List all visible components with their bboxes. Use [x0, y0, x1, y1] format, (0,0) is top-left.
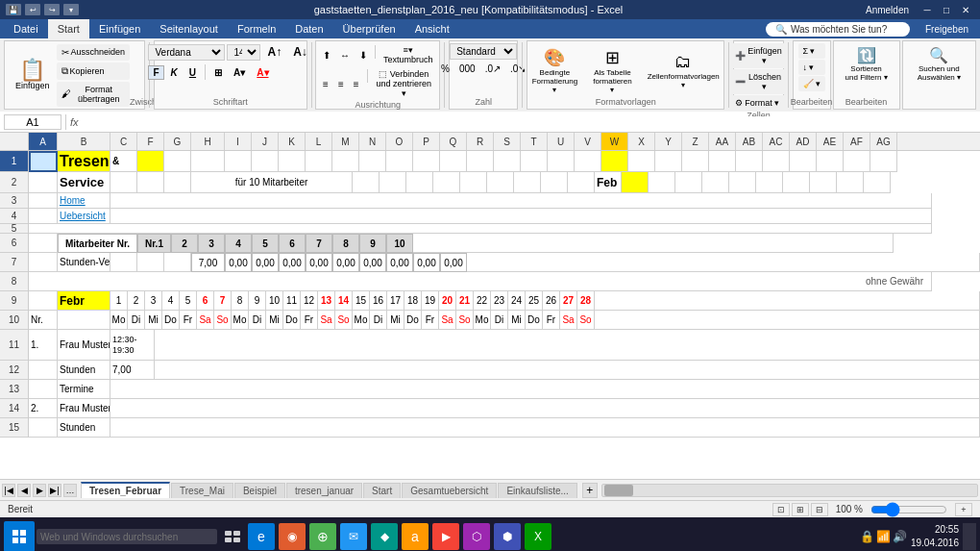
cell-n6[interactable]: 7	[306, 234, 332, 253]
paste-btn[interactable]: 📋 Einfügen	[9, 57, 57, 93]
horizontal-scrollbar[interactable]	[601, 484, 978, 497]
cell-u1[interactable]	[548, 151, 575, 172]
cell-j10-mo[interactable]: Mo	[232, 311, 249, 330]
cell-u9-19[interactable]: 19	[422, 291, 439, 311]
number-format-select[interactable]: Standard	[450, 43, 517, 60]
cell-o10-sa[interactable]: Sa	[318, 311, 335, 330]
font-name-select[interactable]: Verdana	[148, 44, 225, 61]
cell-s1[interactable]	[494, 151, 521, 172]
cell-n10-fr[interactable]: Fr	[301, 311, 318, 330]
cell-g7[interactable]	[164, 253, 191, 272]
cell-m6[interactable]: 6	[279, 234, 306, 253]
page-break-btn[interactable]: ⊟	[811, 503, 828, 516]
cell-f2[interactable]	[137, 172, 164, 193]
cell-b3[interactable]: Home	[58, 193, 110, 209]
cell-b6-merged[interactable]: Mitarbeiter Nr.	[58, 234, 137, 253]
cell-a5[interactable]	[29, 224, 932, 234]
increase-decimal-btn[interactable]: .0↗	[481, 62, 504, 76]
cell-aa9-25[interactable]: 25	[526, 291, 543, 311]
cell-o1[interactable]	[386, 151, 413, 172]
cell-rest-15[interactable]	[110, 418, 980, 438]
cell-i10-so[interactable]: So	[214, 311, 232, 330]
cell-i6[interactable]: 2	[171, 234, 198, 253]
row-header-10[interactable]: 10	[0, 311, 28, 330]
tab-prev-btn[interactable]: ◀	[17, 484, 31, 497]
col-header-w[interactable]: W	[601, 133, 628, 150]
col-header-x[interactable]: X	[628, 133, 655, 150]
col-header-n[interactable]: N	[359, 133, 386, 150]
row-header-6[interactable]: 6	[0, 234, 28, 253]
tab-ueberpruefen[interactable]: Überprüfen	[333, 19, 405, 38]
col-header-u[interactable]: U	[548, 133, 575, 150]
col-header-r[interactable]: R	[467, 133, 494, 150]
tab-daten[interactable]: Daten	[285, 19, 332, 38]
cell-y9-23[interactable]: 23	[491, 291, 508, 311]
col-header-o[interactable]: O	[386, 133, 413, 150]
copy-btn[interactable]: ⧉Kopieren	[57, 63, 131, 80]
normal-view-btn[interactable]: ⊡	[772, 503, 790, 516]
cell-b14[interactable]: Frau Muster	[58, 399, 110, 418]
cell-k9-9[interactable]: 9	[249, 291, 266, 311]
cell-ac10-sa[interactable]: Sa	[560, 311, 577, 330]
cell-f9-4[interactable]: 4	[162, 291, 180, 311]
name-box[interactable]: A1	[4, 114, 61, 130]
cell-b15-stunden[interactable]: Stunden	[58, 418, 110, 438]
chrome-icon[interactable]: ⊕	[309, 523, 336, 550]
font-grow-btn[interactable]: A↑	[262, 43, 286, 61]
cell-w10-so[interactable]: So	[456, 311, 474, 330]
cell-c2[interactable]	[110, 172, 137, 193]
cell-b9-febr[interactable]: Febr	[58, 291, 110, 311]
format-cells-btn[interactable]: ⚙ Format ▾	[730, 95, 787, 111]
cell-o9-13[interactable]: 13	[318, 291, 335, 311]
task-view-btn[interactable]	[219, 523, 246, 550]
search-box[interactable]: 🔍 Was möchten Sie tun?	[766, 22, 910, 37]
cell-m10-do[interactable]: Do	[283, 311, 301, 330]
cell-c3-rest[interactable]	[110, 193, 932, 209]
tab-more-btn[interactable]: …	[63, 484, 77, 497]
cell-k1[interactable]	[279, 151, 306, 172]
row-header-12[interactable]: 12	[0, 361, 28, 380]
cell-j7[interactable]: 0,00	[252, 253, 279, 272]
cell-a4[interactable]	[29, 209, 58, 224]
cut-btn[interactable]: ✂Ausschneiden	[57, 44, 131, 61]
cell-ae10-rest[interactable]	[595, 311, 980, 330]
cell-f7[interactable]	[137, 253, 164, 272]
cell-aa2[interactable]	[702, 172, 729, 193]
col-header-ab[interactable]: AB	[736, 133, 763, 150]
col-header-s[interactable]: S	[494, 133, 521, 150]
cell-rest-13[interactable]	[110, 380, 980, 399]
clear-btn[interactable]: 🧹▾	[798, 76, 825, 91]
zoom-in-btn[interactable]: +	[955, 503, 972, 516]
cell-k6[interactable]: 4	[225, 234, 252, 253]
cell-z10-mi[interactable]: Mi	[508, 311, 526, 330]
insert-cells-btn[interactable]: ➕ Einfügen ▾	[730, 43, 787, 68]
cell-q6[interactable]: 10	[386, 234, 413, 253]
tab-tresen-februar[interactable]: Tresen_Februar	[81, 482, 170, 498]
percent-btn[interactable]: %	[437, 62, 453, 76]
cell-a7[interactable]	[29, 253, 58, 272]
col-header-ae[interactable]: AE	[817, 133, 844, 150]
tab-gesamtuebersicht[interactable]: Gesamtuebersicht	[402, 483, 497, 498]
cell-i7[interactable]: 0,00	[225, 253, 252, 272]
search-btn[interactable]	[37, 529, 217, 544]
redo-icon[interactable]: ↪	[44, 4, 60, 15]
tab-einfuegen[interactable]: Einfügen	[89, 19, 150, 38]
sort-filter-btn[interactable]: 🔃 Sortieren und Filtern ▾	[838, 43, 895, 85]
cell-q2[interactable]	[433, 172, 460, 193]
row-header-4[interactable]: 4	[0, 209, 28, 224]
cell-rest-14[interactable]	[110, 399, 980, 418]
wrap-text-btn[interactable]: ≡▾ Textumbruch	[380, 43, 437, 66]
cell-v2[interactable]	[568, 172, 595, 193]
as-table-btn[interactable]: ⊞ Als Tabelle formatieren ▾	[586, 44, 638, 97]
cell-q10-mo[interactable]: Mo	[353, 311, 370, 330]
search-area[interactable]: 🔍 Was möchten Sie tun? Freigeben	[459, 19, 976, 38]
cell-u10-fr[interactable]: Fr	[422, 311, 439, 330]
tray-icons[interactable]: 🔒 📶 🔊	[860, 530, 907, 543]
cell-a9[interactable]	[29, 291, 58, 311]
mail-icon[interactable]: ✉	[340, 523, 367, 550]
cell-l10-mi[interactable]: Mi	[266, 311, 283, 330]
cell-g1[interactable]	[164, 151, 191, 172]
cell-n7[interactable]: 0,00	[359, 253, 386, 272]
row-header-1[interactable]: 1	[0, 151, 28, 172]
fill-btn[interactable]: ↓▾	[798, 60, 825, 75]
